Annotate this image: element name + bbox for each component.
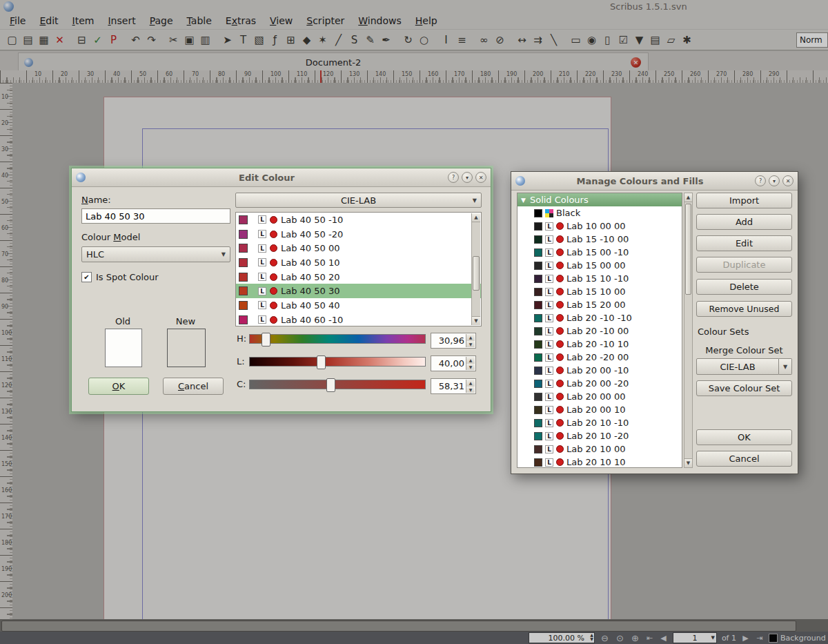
- cancel-button[interactable]: Cancel: [163, 378, 224, 395]
- scroll-up-icon[interactable]: ▲: [684, 193, 692, 202]
- colour-tree-scrollbar[interactable]: ▲ ▼: [684, 193, 693, 468]
- scrollbar-thumb[interactable]: [685, 204, 691, 295]
- colour-tree-item[interactable]: LLab 15 -10 00: [518, 233, 682, 246]
- spin-down-icon[interactable]: ▼: [466, 387, 475, 393]
- c-slider[interactable]: [249, 380, 426, 389]
- link-annotation-icon[interactable]: ✱: [679, 32, 695, 48]
- preflight-verifier-icon[interactable]: ✓: [90, 32, 106, 48]
- menu-file[interactable]: File: [3, 13, 32, 28]
- menu-table[interactable]: Table: [180, 13, 219, 28]
- l-spinbox[interactable]: 40,00▲▼: [431, 355, 476, 371]
- horizontal-ruler[interactable]: 1020304050607080901001101201301401501601…: [0, 70, 828, 84]
- save-colour-set-button[interactable]: Save Colour Set: [696, 380, 792, 396]
- new-document-icon[interactable]: ▢: [4, 32, 20, 48]
- copy-item-properties-icon[interactable]: ⇉: [530, 32, 546, 48]
- horizontal-scrollbar-thumb[interactable]: [1, 621, 796, 632]
- collapse-triangle-icon[interactable]: ▼: [521, 197, 526, 204]
- copy-icon[interactable]: ▣: [181, 32, 197, 48]
- add-button[interactable]: Add: [696, 214, 792, 230]
- scroll-down-icon[interactable]: ▼: [684, 458, 692, 467]
- is-spot-colour-checkbox[interactable]: ✔ Is Spot Colour: [81, 272, 159, 282]
- spin-arrows[interactable]: ▲▼: [466, 380, 475, 393]
- help-button[interactable]: ?: [755, 175, 766, 186]
- remove-unused-button[interactable]: Remove Unused: [696, 301, 792, 317]
- ok-button[interactable]: OK: [88, 378, 149, 395]
- zoom-out-icon[interactable]: ⊖: [600, 633, 610, 643]
- shade-button[interactable]: ▾: [769, 175, 780, 186]
- cancel-button[interactable]: Cancel: [696, 451, 792, 467]
- menu-insert[interactable]: Insert: [101, 13, 142, 28]
- edit-colour-titlebar[interactable]: Edit Colour ?▾✕: [72, 168, 491, 187]
- zoom-icon[interactable]: ○: [416, 32, 432, 48]
- spin-up-icon[interactable]: ▲: [466, 380, 475, 387]
- first-page-icon[interactable]: ⇤: [645, 634, 654, 643]
- print-document-icon[interactable]: ⊟: [74, 32, 90, 48]
- colour-tree-item[interactable]: Black: [518, 206, 682, 219]
- horizontal-scrollbar[interactable]: [0, 619, 828, 632]
- scroll-up-icon[interactable]: ▲: [472, 213, 480, 222]
- colour-set-combobox[interactable]: CIE-LAB ▼: [696, 358, 792, 375]
- menu-scripter[interactable]: Scripter: [299, 13, 351, 28]
- spin-arrows[interactable]: ▲▼: [466, 357, 475, 370]
- insert-image-frame-icon[interactable]: ▧: [251, 32, 267, 48]
- vertical-ruler[interactable]: 1020304050607080901001101201301401501601…: [0, 83, 13, 619]
- save-as-pdf-icon[interactable]: P: [106, 32, 121, 48]
- colour-list-item[interactable]: LLab 40 50 40: [236, 298, 481, 313]
- menu-help[interactable]: Help: [408, 13, 444, 28]
- spin-up-icon[interactable]: ▲: [466, 334, 475, 341]
- slider-handle[interactable]: [317, 355, 326, 369]
- colour-tree-item[interactable]: LLab 20 -20 00: [518, 351, 682, 364]
- colour-list-item[interactable]: LLab 40 50 20: [236, 270, 481, 284]
- colour-tree-item[interactable]: LLab 20 10 -10: [518, 416, 682, 429]
- close-document-icon[interactable]: ✕: [52, 32, 68, 48]
- insert-shape-icon[interactable]: ◆: [299, 32, 315, 48]
- zoom-100-icon[interactable]: ⊙: [615, 633, 625, 643]
- edit-contents-icon[interactable]: I: [438, 32, 454, 48]
- colour-tree-item[interactable]: LLab 20 -10 -10: [518, 311, 682, 324]
- colour-tree-item[interactable]: LLab 20 -10 00: [518, 324, 682, 338]
- l-slider[interactable]: [249, 357, 426, 367]
- colour-tree-item[interactable]: LLab 15 10 00: [518, 285, 682, 298]
- colour-list-scrollbar[interactable]: ▲ ▼: [471, 213, 480, 325]
- colour-tree[interactable]: ▼ Solid Colours BlackLLab 10 00 00LLab 1…: [517, 193, 682, 468]
- colour-list-item[interactable]: LLab 40 50 10: [236, 255, 481, 270]
- close-button[interactable]: ✕: [782, 175, 793, 186]
- scroll-down-icon[interactable]: ▼: [472, 316, 480, 325]
- colour-tree-item[interactable]: LLab 15 20 00: [518, 298, 682, 311]
- colour-tree-item[interactable]: LLab 20 10 10: [518, 456, 682, 468]
- colour-list-item[interactable]: LLab 40 50 30: [236, 284, 481, 298]
- spin-down-icon[interactable]: ▼: [466, 341, 475, 348]
- pdf-list-box-icon[interactable]: ▤: [647, 32, 663, 48]
- spin-down-icon[interactable]: ▼: [466, 364, 475, 371]
- page-spin-arrow[interactable]: ▼: [711, 635, 715, 641]
- insert-bezier-icon[interactable]: S: [346, 32, 362, 48]
- colour-model-dropdown[interactable]: HLC ▼: [81, 246, 230, 262]
- menu-edit[interactable]: Edit: [32, 13, 65, 28]
- eye-dropper-icon[interactable]: ╲: [546, 32, 562, 48]
- cut-icon[interactable]: ✂: [166, 32, 181, 48]
- insert-render-frame-icon[interactable]: ƒ: [267, 32, 283, 48]
- scrollbar-thumb[interactable]: [473, 256, 480, 291]
- insert-polygon-icon[interactable]: ✶: [315, 32, 331, 48]
- edit-button[interactable]: Edit: [696, 235, 792, 251]
- duplicate-button[interactable]: Duplicate: [696, 257, 792, 273]
- insert-freehand-icon[interactable]: ✎: [362, 32, 378, 48]
- spin-arrows[interactable]: ▲▼: [466, 334, 475, 347]
- redo-icon[interactable]: ↷: [144, 32, 159, 48]
- colour-tree-item[interactable]: LLab 15 00 00: [518, 259, 682, 272]
- shade-button[interactable]: ▾: [462, 172, 473, 183]
- open-document-icon[interactable]: ▤: [20, 32, 36, 48]
- colour-list-item[interactable]: LLab 40 60 -10: [236, 313, 481, 326]
- import-button[interactable]: Import: [696, 193, 792, 208]
- pdf-text-field-icon[interactable]: ▯: [600, 32, 615, 48]
- text-annotation-icon[interactable]: ▱: [663, 32, 679, 48]
- slider-handle[interactable]: [326, 378, 335, 392]
- colour-list-item[interactable]: LLab 40 50 00: [236, 241, 481, 255]
- link-text-frames-icon[interactable]: ∞: [476, 32, 492, 48]
- delete-button[interactable]: Delete: [696, 279, 792, 295]
- colour-tree-item[interactable]: LLab 10 00 00: [518, 219, 682, 233]
- colour-tree-item[interactable]: LLab 20 -10 10: [518, 338, 682, 351]
- colour-tree-item[interactable]: LLab 15 10 -10: [518, 272, 682, 285]
- previous-page-icon[interactable]: ◀: [659, 634, 668, 643]
- c-spinbox[interactable]: 58,31▲▼: [431, 378, 476, 394]
